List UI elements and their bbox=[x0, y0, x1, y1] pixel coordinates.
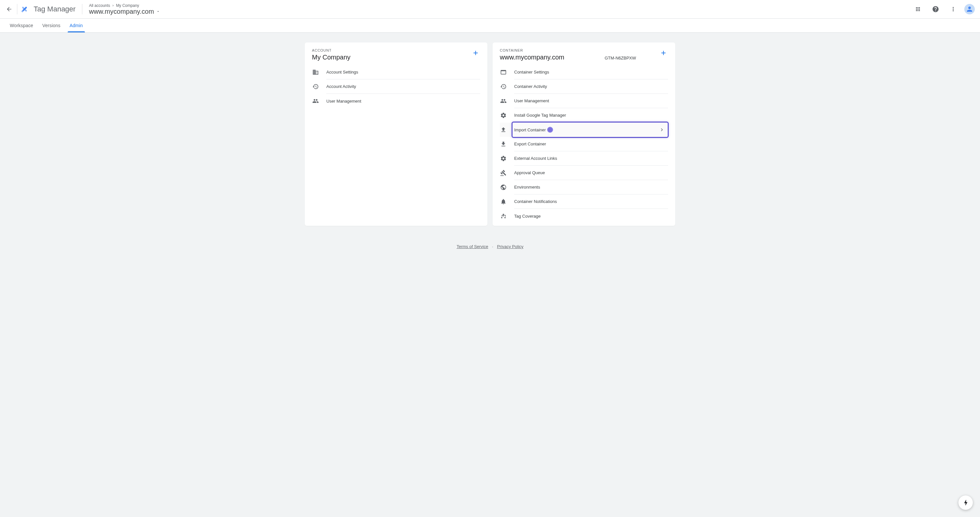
container-title: www.mycompany.com bbox=[500, 54, 605, 61]
plus-icon bbox=[472, 49, 479, 57]
approval-queue-row[interactable]: Approval Queue bbox=[500, 166, 668, 180]
container-id[interactable]: GTM-N6ZBPXW bbox=[605, 56, 636, 61]
product-name: Tag Manager bbox=[33, 5, 75, 13]
plus-icon bbox=[660, 49, 667, 57]
import-container-row[interactable]: Import Container bbox=[500, 123, 668, 137]
add-account-button[interactable] bbox=[471, 48, 480, 57]
web-icon bbox=[500, 69, 507, 76]
more-button[interactable] bbox=[947, 3, 960, 16]
row-label: Install Google Tag Manager bbox=[514, 108, 668, 123]
breadcrumb-item: My Company bbox=[116, 3, 139, 8]
row-label: Import Container bbox=[514, 123, 668, 137]
row-label: Account Activity bbox=[326, 80, 480, 94]
gavel-icon bbox=[500, 169, 507, 177]
gear-icon bbox=[500, 112, 507, 119]
row-label: Environments bbox=[514, 180, 668, 195]
container-card: Container www.mycompany.com GTM-N6ZBPXW … bbox=[493, 43, 675, 226]
external-links-row[interactable]: External Account Links bbox=[500, 151, 668, 166]
history-icon bbox=[312, 83, 319, 90]
chevron-right-icon bbox=[659, 127, 665, 133]
tag-coverage-row[interactable]: Tag Coverage bbox=[500, 209, 668, 223]
environments-row[interactable]: Environments bbox=[500, 180, 668, 195]
help-icon bbox=[932, 6, 939, 13]
arrow-left-icon bbox=[6, 6, 13, 13]
row-label: Container Notifications bbox=[514, 195, 668, 209]
chevron-right-icon bbox=[111, 4, 115, 7]
footer: Terms of Service · Privacy Policy bbox=[0, 226, 980, 255]
terms-link[interactable]: Terms of Service bbox=[457, 244, 488, 249]
breadcrumb-item: All accounts bbox=[89, 3, 110, 8]
people-icon bbox=[312, 97, 319, 105]
account-users-row[interactable]: User Management bbox=[312, 94, 480, 108]
divider bbox=[17, 4, 18, 14]
breadcrumb: All accounts My Company bbox=[89, 3, 160, 8]
apps-button[interactable] bbox=[912, 3, 924, 16]
globe-icon bbox=[500, 184, 507, 191]
install-gtm-row[interactable]: Install Google Tag Manager bbox=[500, 108, 668, 123]
dropdown-caret-icon bbox=[156, 10, 160, 13]
bell-icon bbox=[500, 198, 507, 205]
tab-versions[interactable]: Versions bbox=[38, 19, 65, 32]
row-label: Account Settings bbox=[326, 65, 480, 80]
hierarchy-icon bbox=[500, 212, 507, 220]
notifications-row[interactable]: Container Notifications bbox=[500, 195, 668, 209]
app-header: Tag Manager All accounts My Company www.… bbox=[0, 0, 980, 19]
container-selector[interactable]: All accounts My Company www.mycompany.co… bbox=[89, 3, 160, 15]
gear-icon bbox=[500, 155, 507, 162]
tab-workspace[interactable]: Workspace bbox=[5, 19, 38, 32]
container-users-row[interactable]: User Management bbox=[500, 94, 668, 108]
row-label: User Management bbox=[326, 94, 480, 108]
account-activity-row[interactable]: Account Activity bbox=[312, 80, 480, 94]
person-icon bbox=[966, 5, 974, 13]
row-label: Container Activity bbox=[514, 80, 668, 94]
container-settings-row[interactable]: Container Settings bbox=[500, 65, 668, 80]
container-label: Container bbox=[500, 48, 605, 52]
row-label: Container Settings bbox=[514, 65, 668, 80]
gtm-logo-icon bbox=[20, 5, 29, 14]
row-label: User Management bbox=[514, 94, 668, 108]
more-vert-icon bbox=[950, 6, 956, 13]
upload-icon bbox=[500, 126, 507, 133]
help-button[interactable] bbox=[929, 3, 942, 16]
people-icon bbox=[500, 97, 507, 105]
container-activity-row[interactable]: Container Activity bbox=[500, 80, 668, 94]
row-label: Tag Coverage bbox=[514, 209, 668, 223]
click-indicator bbox=[547, 127, 553, 133]
container-name: www.mycompany.com bbox=[89, 8, 154, 15]
tab-bar: Workspace Versions Admin bbox=[0, 19, 980, 33]
admin-content: Account My Company Account Settings Acco… bbox=[302, 43, 678, 226]
add-container-button[interactable] bbox=[659, 48, 668, 57]
account-avatar[interactable] bbox=[964, 4, 975, 14]
row-label: External Account Links bbox=[514, 151, 668, 166]
account-card: Account My Company Account Settings Acco… bbox=[305, 43, 487, 226]
privacy-link[interactable]: Privacy Policy bbox=[497, 244, 523, 249]
export-container-row[interactable]: Export Container bbox=[500, 137, 668, 151]
account-settings-row[interactable]: Account Settings bbox=[312, 65, 480, 80]
download-icon bbox=[500, 140, 507, 148]
product-branding[interactable]: Tag Manager bbox=[20, 5, 75, 14]
row-label: Approval Queue bbox=[514, 166, 668, 180]
business-icon bbox=[312, 69, 319, 76]
account-title: My Company bbox=[312, 54, 471, 61]
tab-admin[interactable]: Admin bbox=[65, 19, 88, 32]
history-icon bbox=[500, 83, 507, 90]
row-label: Export Container bbox=[514, 137, 668, 151]
account-label: Account bbox=[312, 48, 471, 52]
apps-grid-icon bbox=[915, 6, 921, 12]
back-button[interactable] bbox=[3, 3, 16, 16]
